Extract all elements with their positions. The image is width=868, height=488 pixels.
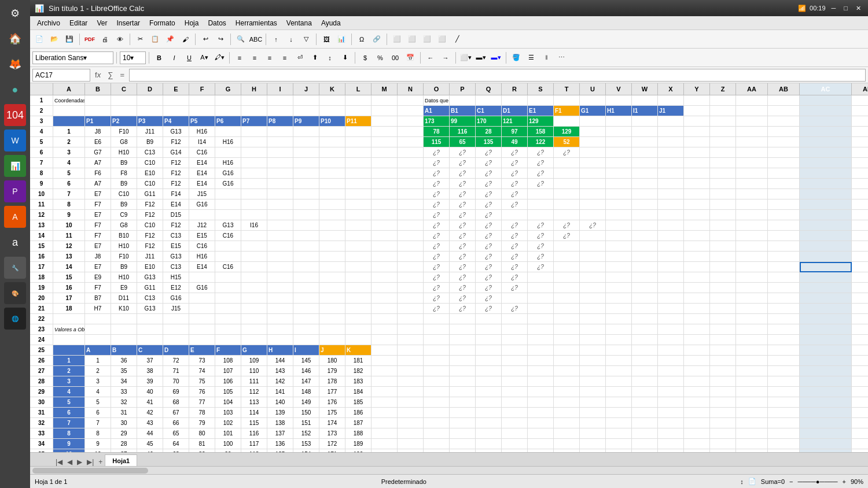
cell-N33[interactable] — [398, 428, 424, 439]
cell-AD16[interactable] — [852, 252, 868, 262]
cell-O18[interactable]: ¿? — [424, 272, 450, 283]
cell-AB26[interactable] — [768, 356, 800, 366]
cell-Z26[interactable] — [710, 356, 736, 366]
row-num-31[interactable]: 31 — [30, 408, 53, 418]
cell-R27[interactable] — [502, 366, 528, 376]
date-btn[interactable]: 📅 — [403, 51, 417, 65]
cell-Z1[interactable] — [710, 95, 736, 106]
cell-J20[interactable] — [293, 293, 319, 304]
cell-P23[interactable] — [450, 324, 476, 335]
col-P[interactable]: P — [450, 83, 476, 95]
cell-ref-input[interactable] — [32, 69, 90, 82]
cell-I24[interactable] — [267, 335, 293, 345]
cell-U11[interactable] — [580, 199, 606, 210]
cell-T23[interactable] — [554, 324, 580, 335]
cell-Z34[interactable] — [710, 439, 736, 449]
cell-E3[interactable]: P4 — [163, 116, 189, 127]
cell-I1[interactable] — [267, 95, 293, 106]
cell-J16[interactable] — [293, 252, 319, 262]
cell-L7[interactable] — [345, 158, 372, 168]
cell-J18[interactable] — [293, 272, 319, 283]
cell-H19[interactable] — [241, 283, 267, 293]
cell-F4[interactable]: H16 — [189, 127, 215, 137]
cell-X20[interactable] — [658, 293, 684, 304]
cell-V9[interactable] — [606, 179, 632, 189]
cell-L34[interactable]: 189 — [345, 439, 372, 449]
row-num-22[interactable]: 22 — [30, 314, 53, 324]
cell-AC21[interactable] — [800, 304, 852, 314]
cell-R23[interactable] — [502, 324, 528, 335]
col-U[interactable]: U — [580, 83, 606, 95]
cell-Q20[interactable]: ¿? — [476, 293, 502, 304]
cell-K14[interactable] — [319, 231, 345, 241]
cell-Z7[interactable] — [710, 158, 736, 168]
new-btn[interactable]: 📄 — [32, 32, 46, 46]
cell-O12[interactable]: ¿? — [424, 210, 450, 220]
cell-L3[interactable]: P11 — [345, 116, 372, 127]
align-right-btn[interactable]: ≡ — [263, 51, 277, 65]
cell-V6[interactable] — [606, 147, 632, 158]
cell-Y18[interactable] — [684, 272, 710, 283]
cell-Z5[interactable] — [710, 137, 736, 147]
cell-N16[interactable] — [398, 252, 424, 262]
cell-L5[interactable] — [345, 137, 372, 147]
sort-desc-btn[interactable]: ↓ — [284, 32, 298, 46]
cell-A28[interactable]: 3 — [53, 376, 85, 387]
cell-AC7[interactable] — [800, 158, 852, 168]
cell-P21[interactable]: ¿? — [450, 304, 476, 314]
cell-S30[interactable] — [528, 397, 554, 408]
cell-T25[interactable] — [554, 345, 580, 356]
row-num-5[interactable]: 5 — [30, 137, 53, 147]
cell-H2[interactable] — [241, 106, 267, 116]
cell-X25[interactable] — [658, 345, 684, 356]
cell-J12[interactable] — [293, 210, 319, 220]
cell-P22[interactable] — [450, 314, 476, 324]
cell-E17[interactable]: C13 — [163, 262, 189, 272]
col-O[interactable]: O — [424, 83, 450, 95]
cell-H9[interactable] — [241, 179, 267, 189]
cell-AB24[interactable] — [768, 335, 800, 345]
cell-U26[interactable] — [580, 356, 606, 366]
cell-R1[interactable] — [502, 95, 528, 106]
sheet-add-btn[interactable]: + — [96, 458, 105, 466]
decimal-btn[interactable]: 00 — [388, 51, 402, 65]
cell-F8[interactable]: E14 — [189, 168, 215, 179]
cell-H1[interactable] — [241, 95, 267, 106]
cell-L20[interactable] — [345, 293, 372, 304]
cell-F22[interactable] — [189, 314, 215, 324]
cell-N29[interactable] — [398, 387, 424, 397]
cell-AA18[interactable] — [736, 272, 768, 283]
cell-P34[interactable] — [450, 439, 476, 449]
cell-A6[interactable]: 3 — [53, 147, 85, 158]
menu-ayuda[interactable]: Ayuda — [317, 18, 345, 28]
col-N[interactable]: N — [398, 83, 424, 95]
cell-A30[interactable]: 5 — [53, 397, 85, 408]
cell-I13[interactable] — [267, 220, 293, 231]
cell-F33[interactable]: 80 — [189, 428, 215, 439]
cell-E27[interactable]: 71 — [163, 366, 189, 376]
cell-F30[interactable]: 77 — [189, 397, 215, 408]
cell-F5[interactable]: I14 — [189, 137, 215, 147]
cell-N6[interactable] — [398, 147, 424, 158]
cell-O24[interactable] — [424, 335, 450, 345]
cell-X12[interactable] — [658, 210, 684, 220]
cell-N19[interactable] — [398, 283, 424, 293]
cell-X14[interactable] — [658, 231, 684, 241]
cell-Z16[interactable] — [710, 252, 736, 262]
cell-AD13[interactable] — [852, 220, 868, 231]
cell-L24[interactable] — [345, 335, 372, 345]
cell-S9[interactable]: ¿? — [528, 179, 554, 189]
cell-N17[interactable] — [398, 262, 424, 272]
cell-Q17[interactable]: ¿? — [476, 262, 502, 272]
cell-M34[interactable] — [372, 439, 398, 449]
cell-K2[interactable] — [319, 106, 345, 116]
cell-G32[interactable]: 102 — [215, 418, 241, 428]
cell-E18[interactable]: H15 — [163, 272, 189, 283]
cell-E25[interactable]: D — [163, 345, 189, 356]
cell-C23[interactable] — [111, 324, 137, 335]
cell-X16[interactable] — [658, 252, 684, 262]
col-X[interactable]: X — [658, 83, 684, 95]
cell-S10[interactable] — [528, 189, 554, 199]
cell-AA19[interactable] — [736, 283, 768, 293]
cell-V1[interactable] — [606, 95, 632, 106]
